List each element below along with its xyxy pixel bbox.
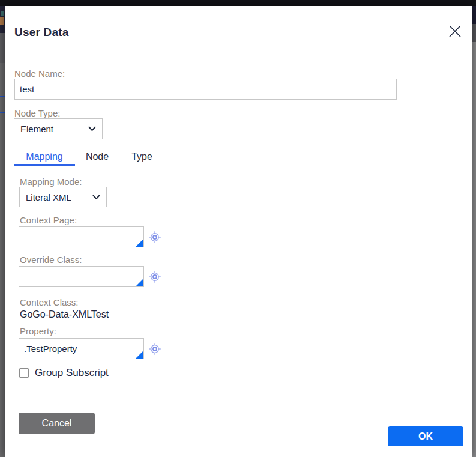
context-class-value: GoGo-Data-XMLTest <box>20 309 109 320</box>
property-field <box>19 338 144 359</box>
target-crosshair-icon[interactable] <box>148 270 161 283</box>
chevron-down-icon <box>88 126 96 132</box>
mapping-mode-label: Mapping Mode: <box>20 177 82 187</box>
context-page-label: Context Page: <box>20 215 77 225</box>
node-type-label: Node Type: <box>14 108 60 118</box>
backdrop-right-strip <box>472 6 476 457</box>
property-label: Property: <box>20 326 56 336</box>
node-name-label: Node Name: <box>14 68 65 79</box>
backdrop-top-strip <box>0 0 476 6</box>
close-button[interactable] <box>447 24 463 40</box>
node-name-input[interactable] <box>14 79 397 100</box>
ok-button[interactable]: OK <box>388 426 463 446</box>
context-page-field <box>19 226 144 247</box>
chevron-down-icon <box>92 195 100 200</box>
backdrop-fragment <box>472 24 476 42</box>
tab-type[interactable]: Type <box>119 149 164 166</box>
node-type-selected-value: Element <box>20 124 53 134</box>
backdrop-fragment <box>0 96 5 97</box>
context-class-label: Context Class: <box>20 297 79 307</box>
group-subscript-label: Group Subscript <box>35 367 109 379</box>
backdrop-fragment <box>0 33 5 63</box>
backdrop-fragment <box>0 112 5 113</box>
tab-mapping[interactable]: Mapping <box>14 149 75 166</box>
close-icon <box>448 24 462 38</box>
node-type-select[interactable]: Element <box>14 118 103 139</box>
context-page-input[interactable] <box>19 226 144 247</box>
user-data-dialog: User Data Node Name: Node Type: Element … <box>5 6 472 457</box>
dialog-title: User Data <box>14 26 69 39</box>
backdrop-fragment <box>472 6 476 24</box>
dialog-tabs: Mapping Node Type <box>14 149 164 166</box>
override-class-field <box>19 266 144 287</box>
backdrop-fragment <box>1 11 4 16</box>
override-class-label: Override Class: <box>20 255 82 265</box>
group-subscript-checkbox[interactable] <box>19 368 29 378</box>
property-input[interactable] <box>19 338 144 359</box>
group-subscript-row: Group Subscript <box>19 367 109 379</box>
mapping-mode-selected-value: Literal XML <box>26 192 71 202</box>
backdrop-left-strip <box>0 6 5 457</box>
mapping-mode-select[interactable]: Literal XML <box>19 187 107 207</box>
cancel-button[interactable]: Cancel <box>19 413 95 434</box>
tab-node[interactable]: Node <box>79 149 116 166</box>
target-crosshair-icon[interactable] <box>148 342 161 356</box>
target-crosshair-icon[interactable] <box>148 231 161 244</box>
override-class-input[interactable] <box>19 266 144 287</box>
backdrop-fragment <box>0 17 4 25</box>
